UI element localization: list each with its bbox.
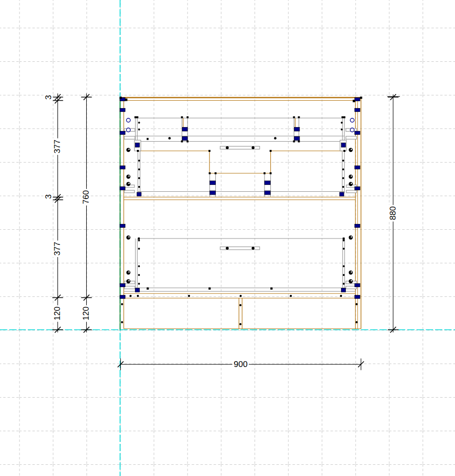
cad-drawing [0, 0, 455, 476]
dim-label-upper-section[interactable]: 377 [53, 138, 62, 155]
grid-layer [0, 0, 455, 476]
dim-label-plinth-outer[interactable]: 120 [81, 305, 91, 322]
dim-label-top-gap[interactable]: 3 [44, 93, 53, 101]
dim-label-carcass-height[interactable]: 760 [81, 189, 91, 205]
slide-bracket [124, 136, 135, 139]
slide-bracket [346, 190, 357, 193]
slide-bracket [124, 190, 134, 193]
dim-label-overall-width[interactable]: 900 [232, 360, 249, 369]
slide-bracket [346, 136, 357, 139]
cad-viewport[interactable]: 3 377 3 377 120 760 120 880 900 [0, 0, 455, 476]
dim-label-middle-gap[interactable]: 3 [44, 193, 53, 200]
dim-label-plinth-inner[interactable]: 120 [53, 305, 62, 322]
dim-label-lower-section[interactable]: 377 [53, 240, 62, 257]
slide-bracket [124, 286, 135, 289]
dim-label-overall-height[interactable]: 880 [388, 205, 398, 221]
